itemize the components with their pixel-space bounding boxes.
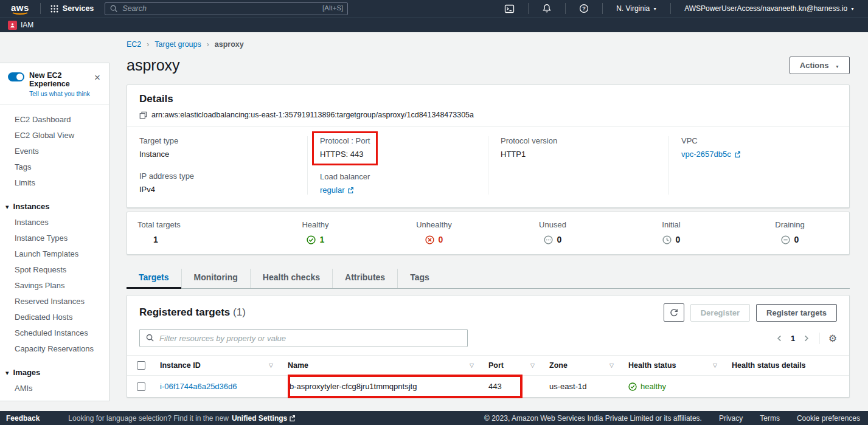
instance-id-cell: i-06f1744a6a25d36d6 — [153, 376, 280, 398]
services-menu-button[interactable]: Services — [47, 4, 97, 13]
field-label: IP address type — [139, 171, 295, 181]
breadcrumb-ec2[interactable]: EC2 — [127, 40, 141, 49]
initial-clock-circle-icon — [662, 235, 672, 244]
instance-id-link[interactable]: i-06f1744a6a25d36d6 — [160, 382, 237, 391]
draining-minus-circle-icon — [781, 235, 790, 244]
unified-settings-link[interactable]: Unified Settings — [232, 414, 296, 423]
select-all-checkbox[interactable] — [137, 361, 145, 370]
bell-icon — [542, 4, 552, 13]
column-header[interactable]: Port ▽ — [481, 356, 542, 376]
favorites-bar: IAM — [0, 17, 868, 32]
tell-us-link[interactable]: Tell us what you think — [29, 90, 92, 97]
sidebar-item[interactable]: Instances — [0, 215, 109, 230]
sidebar: New EC2 Experience Tell us what you thin… — [0, 32, 109, 411]
sort-icon[interactable]: ▽ — [609, 362, 614, 368]
search-input[interactable] — [105, 2, 348, 15]
stat-label: Initial — [612, 220, 731, 229]
cookie-preferences-link[interactable]: Cookie preferences — [797, 414, 860, 423]
services-label: Services — [63, 4, 94, 13]
sort-icon[interactable]: ▽ — [269, 362, 273, 368]
sidebar-item[interactable]: Dedicated Hosts — [0, 309, 109, 325]
iam-icon — [8, 21, 17, 30]
divider — [670, 3, 671, 14]
sidebar-item[interactable]: Instance Types — [0, 230, 109, 246]
registered-targets-panel: Registered targets (1) Deregister Regist… — [127, 295, 850, 398]
iam-label: IAM — [21, 21, 33, 29]
column-header[interactable]: Health status details — [724, 356, 849, 376]
stat-label: Healthy — [256, 220, 375, 229]
breadcrumb-target-groups[interactable]: Target groups — [155, 40, 201, 49]
notifications-button[interactable] — [535, 4, 559, 13]
sidebar-item[interactable]: EC2 Global View — [0, 128, 109, 143]
field-value[interactable]: regular — [320, 185, 344, 195]
sidebar-item[interactable]: Spot Requests — [0, 262, 109, 278]
sidebar-item[interactable]: Instances — [0, 199, 109, 215]
healthy-stat: Healthy 1 — [256, 220, 375, 244]
iam-favorite-link[interactable]: IAM — [8, 21, 33, 30]
tab[interactable]: Monitoring — [181, 269, 250, 288]
sidebar-item[interactable]: Reserved Instances — [0, 294, 109, 309]
deregister-button[interactable]: Deregister — [690, 304, 750, 322]
page-number[interactable]: 1 — [786, 334, 800, 343]
cloudshell-button[interactable] — [497, 4, 522, 13]
field-value: HTTP1 — [501, 150, 526, 159]
help-button[interactable]: ? — [572, 4, 596, 13]
sidebar-item[interactable]: AMIs — [0, 381, 109, 396]
refresh-icon — [669, 308, 679, 317]
next-page-button[interactable] — [800, 331, 813, 345]
filter-input[interactable] — [139, 329, 468, 347]
feedback-link[interactable]: Feedback — [6, 414, 40, 423]
close-icon[interactable]: × — [92, 71, 103, 84]
health-status-details-cell — [724, 376, 849, 398]
sidebar-item[interactable]: AMI Catalog — [0, 396, 109, 401]
column-header[interactable]: Instance ID ▽ — [153, 356, 280, 376]
field-value[interactable]: vpc-2657db5c — [681, 150, 731, 159]
detail-field: Target type Instance — [139, 136, 295, 159]
tab[interactable]: Targets — [127, 269, 181, 288]
sidebar-item[interactable]: Tags — [0, 159, 109, 175]
sort-icon[interactable]: ▽ — [530, 362, 535, 368]
global-search[interactable]: [Alt+S] — [105, 2, 348, 15]
sidebar-item[interactable]: Limits — [0, 175, 109, 191]
sidebar-item[interactable]: Savings Plans — [0, 278, 109, 294]
sidebar-item[interactable]: Launch Templates — [0, 246, 109, 262]
tab[interactable]: Health checks — [250, 269, 332, 288]
search-icon — [109, 4, 118, 13]
new-ec2-experience-toggle[interactable] — [8, 72, 24, 81]
sidebar-item[interactable]: Images — [0, 365, 109, 381]
tab[interactable]: Tags — [397, 269, 442, 288]
copyright: © 2023, Amazon Web Services India Privat… — [484, 414, 702, 423]
register-targets-button[interactable]: Register targets — [756, 304, 837, 322]
region-selector[interactable]: N. Virginia ▼ — [609, 4, 664, 13]
column-header[interactable]: Health status ▽ — [621, 356, 724, 376]
copy-icon[interactable] — [139, 111, 147, 119]
column-header[interactable]: Name ▽ — [280, 356, 481, 376]
sidebar-item[interactable]: EC2 Dashboard — [0, 112, 109, 128]
search-shortcut-hint: [Alt+S] — [322, 4, 343, 12]
aws-logo[interactable]: aws — [6, 2, 34, 15]
sidebar-item[interactable]: Capacity Reservations — [0, 341, 109, 357]
tab[interactable]: Attributes — [332, 269, 397, 288]
unhealthy-stat: Unhealthy 0 — [375, 220, 493, 244]
port-cell: 443 — [481, 376, 542, 398]
column-header[interactable]: Zone ▽ — [542, 356, 621, 376]
actions-button[interactable]: Actions ▼ — [790, 57, 850, 74]
external-link-icon — [289, 415, 296, 421]
help-icon: ? — [579, 4, 589, 13]
column-header-label: Port — [488, 361, 504, 370]
previous-page-button[interactable] — [773, 331, 786, 345]
select-all-header — [127, 356, 153, 376]
field-value: Instance — [139, 150, 169, 159]
settings-gear-icon[interactable]: ⚙ — [819, 333, 837, 344]
sort-icon[interactable]: ▽ — [713, 362, 717, 368]
account-menu[interactable]: AWSPowerUserAccess/navaneeth.kn@harness.… — [677, 4, 862, 13]
row-checkbox[interactable] — [137, 382, 145, 391]
stat-value: 0 — [557, 235, 562, 244]
refresh-button[interactable] — [664, 303, 684, 322]
name-cell: lb-asproxytyler-cfcg8jru1tmmqpntsjtg — [280, 376, 481, 398]
sort-icon[interactable]: ▽ — [470, 362, 474, 368]
terms-link[interactable]: Terms — [760, 414, 780, 423]
sidebar-item[interactable]: Events — [0, 143, 109, 159]
privacy-link[interactable]: Privacy — [719, 414, 743, 423]
sidebar-item[interactable]: Scheduled Instances — [0, 325, 109, 341]
